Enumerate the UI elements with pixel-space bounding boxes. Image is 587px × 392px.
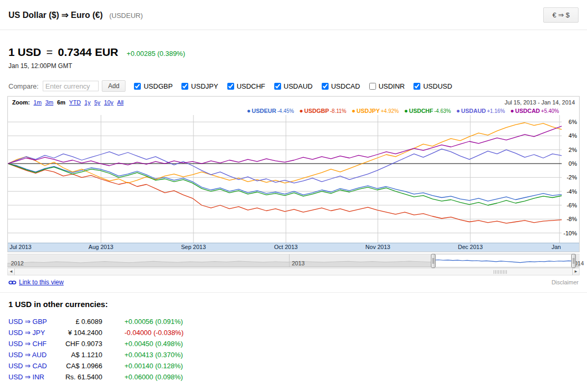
scroll-right-button[interactable]: ► bbox=[572, 269, 579, 275]
zoom-option-5y[interactable]: 5y bbox=[94, 99, 101, 106]
legend-item-USDAUD: ●USDAUD+1.16% bbox=[456, 107, 505, 114]
pair-change: +0.00056 (0.091%) bbox=[124, 318, 183, 326]
range-handle-left[interactable] bbox=[431, 254, 436, 268]
y-axis: 6%4%2%0%-2%-4%-6%-8%-10% bbox=[562, 115, 579, 243]
legend-bullet-icon: ● bbox=[510, 107, 514, 114]
currency-row: USD ⇒ GBP£ 0.6089+0.00056 (0.091%) bbox=[8, 316, 579, 327]
other-currencies-title: 1 USD in other currencies: bbox=[8, 300, 579, 309]
series-line-USDAUD[interactable] bbox=[8, 149, 562, 183]
y-axis-label: -10% bbox=[563, 230, 577, 236]
chart-footer: Link to this view Disclaimer bbox=[8, 279, 579, 286]
x-axis-labels: Jul 2013Aug 2013Sep 2013Oct 2013Nov 2013… bbox=[8, 244, 562, 252]
zoom-option-10y[interactable]: 10y bbox=[104, 99, 113, 106]
pair-link[interactable]: USD ⇒ CAD bbox=[8, 362, 55, 370]
add-currency-button[interactable]: Add bbox=[102, 80, 126, 92]
zoom-option-1y[interactable]: 1y bbox=[84, 99, 91, 106]
selection-window[interactable] bbox=[433, 254, 574, 267]
compare-checkbox-USDCAD[interactable] bbox=[322, 83, 329, 90]
zoom-option-YTD[interactable]: YTD bbox=[69, 99, 81, 106]
disclaimer-link[interactable]: Disclaimer bbox=[552, 279, 579, 285]
currency-row: USD ⇒ CHFCHF 0.9073+0.00450 (0.498%) bbox=[8, 338, 579, 349]
compare-item-label: USDAUD bbox=[284, 82, 313, 90]
series-line-USDCAD[interactable] bbox=[8, 126, 562, 166]
pair-link[interactable]: USD ⇒ INR bbox=[8, 373, 55, 381]
legend-series-name: USDGBP bbox=[304, 108, 329, 114]
swap-currencies-button[interactable]: € ⇒ $ bbox=[543, 7, 579, 23]
legend-series-name: USDCHF bbox=[409, 108, 433, 114]
pair-change: +0.00140 (0.128%) bbox=[124, 362, 183, 370]
compare-item-USDAUD[interactable]: USDAUD bbox=[274, 82, 313, 90]
chart-panel: Zoom:1m3m6mYTD1y5y10yAll Jul 15, 2013 - … bbox=[7, 96, 580, 252]
page-title: US Dollar ($) ⇒ Euro (€) bbox=[8, 11, 103, 20]
series-line-USDGBP[interactable] bbox=[8, 164, 562, 223]
zoom-option-3m[interactable]: 3m bbox=[45, 99, 53, 106]
pair-link[interactable]: USD ⇒ CHF bbox=[8, 340, 55, 348]
range-handle-right[interactable] bbox=[571, 254, 576, 268]
compare-currency-input[interactable] bbox=[43, 81, 99, 91]
compare-item-label: USDCHF bbox=[237, 82, 265, 90]
zoom-option-6m[interactable]: 6m bbox=[57, 99, 65, 106]
chart-toolbar: Zoom:1m3m6mYTD1y5y10yAll Jul 15, 2013 - … bbox=[8, 97, 579, 106]
legend-series-change: +5.40% bbox=[541, 108, 559, 114]
compare-item-label: USDUSD bbox=[423, 82, 452, 90]
compare-item-USDCAD[interactable]: USDCAD bbox=[322, 82, 360, 90]
y-axis-label: 6% bbox=[569, 119, 577, 125]
legend-series-change: +1.16% bbox=[487, 108, 505, 114]
legend-series-change: -4.63% bbox=[434, 108, 451, 114]
compare-checkbox-USDCHF[interactable] bbox=[227, 83, 234, 90]
main-chart[interactable] bbox=[8, 115, 562, 243]
quote-section: 1 USD = 0.7344 EUR +0.00285 (0.389%) Jan… bbox=[0, 30, 587, 70]
pair-value: £ 0.6089 bbox=[55, 318, 102, 326]
compare-checkbox-USDGBP[interactable] bbox=[134, 83, 141, 90]
y-axis-label: -4% bbox=[566, 188, 577, 195]
pair-link[interactable]: USD ⇒ GBP bbox=[8, 318, 55, 326]
scrubber-scrollbar[interactable]: ◄ ► bbox=[7, 268, 580, 275]
link-to-this-view[interactable]: Link to this view bbox=[8, 279, 64, 286]
quote-line: 1 USD = 0.7344 EUR +0.00285 (0.389%) bbox=[8, 46, 579, 59]
pair-symbol: (USDEUR) bbox=[109, 12, 143, 20]
compare-item-USDUSD[interactable]: USDUSD bbox=[413, 82, 452, 90]
quote-change: +0.00285 (0.389%) bbox=[127, 50, 185, 58]
legend-bullet-icon: ● bbox=[404, 107, 408, 114]
zoom-option-All[interactable]: All bbox=[117, 99, 123, 106]
compare-bar: Compare: Add USDGBPUSDJPYUSDCHFUSDAUDUSD… bbox=[8, 80, 579, 92]
compare-checkbox-USDJPY[interactable] bbox=[181, 83, 188, 90]
compare-item-USDINR[interactable]: USDINR bbox=[369, 82, 405, 90]
scroll-left-button[interactable]: ◄ bbox=[8, 269, 15, 275]
x-axis-label: Nov 2013 bbox=[365, 244, 390, 250]
header-bar: US Dollar ($) ⇒ Euro (€) (USDEUR) € ⇒ $ bbox=[0, 0, 587, 30]
chart-legend: ●USDEUR-4.45%●USDGBP-8.11%●USDJPY+4.92%●… bbox=[8, 106, 579, 115]
compare-checkbox-USDAUD[interactable] bbox=[274, 83, 281, 90]
zoom-option-1m[interactable]: 1m bbox=[34, 99, 42, 106]
compare-checkbox-USDUSD[interactable] bbox=[413, 83, 420, 90]
year-label-2012: 2012 bbox=[11, 260, 24, 266]
compare-item-USDJPY[interactable]: USDJPY bbox=[181, 82, 218, 90]
legend-item-USDJPY: ●USDJPY+4.92% bbox=[352, 107, 399, 114]
series-line-USDJPY[interactable] bbox=[8, 123, 562, 183]
pair-change: +0.00450 (0.498%) bbox=[124, 340, 183, 348]
x-axis-label: Dec 2013 bbox=[458, 244, 483, 250]
currency-table: USD ⇒ GBP£ 0.6089+0.00056 (0.091%)USD ⇒ … bbox=[8, 316, 579, 383]
compare-item-USDGBP[interactable]: USDGBP bbox=[134, 82, 172, 90]
pair-link[interactable]: USD ⇒ AUD bbox=[8, 351, 55, 359]
pair-value: CHF 0.9073 bbox=[55, 340, 102, 348]
compare-label: Compare: bbox=[8, 82, 39, 90]
legend-bullet-icon: ● bbox=[247, 107, 251, 114]
legend-series-name: USDCAD bbox=[515, 108, 540, 114]
compare-item-USDCHF[interactable]: USDCHF bbox=[227, 82, 265, 90]
pair-link[interactable]: USD ⇒ JPY bbox=[8, 329, 55, 337]
selection-line bbox=[434, 260, 573, 263]
y-axis-label: 0% bbox=[569, 160, 577, 167]
pair-change: +0.00413 (0.370%) bbox=[124, 351, 183, 359]
series-line-USDCHF[interactable] bbox=[8, 164, 562, 205]
compare-checkbox-list: USDGBPUSDJPYUSDCHFUSDAUDUSDCADUSDINRUSDU… bbox=[134, 82, 461, 90]
scrollbar-grip[interactable] bbox=[494, 270, 507, 274]
plot-area bbox=[8, 115, 562, 243]
pair-value: Rs. 61.5400 bbox=[55, 373, 102, 381]
chain-link-icon bbox=[8, 280, 16, 285]
legend-item-USDCAD: ●USDCAD+5.40% bbox=[510, 107, 559, 114]
compare-checkbox-USDINR[interactable] bbox=[369, 83, 376, 90]
pair-value: A$ 1.1210 bbox=[55, 351, 102, 359]
pair-value: ¥ 104.2400 bbox=[55, 329, 102, 337]
link-to-view-label: Link to this view bbox=[19, 279, 64, 286]
